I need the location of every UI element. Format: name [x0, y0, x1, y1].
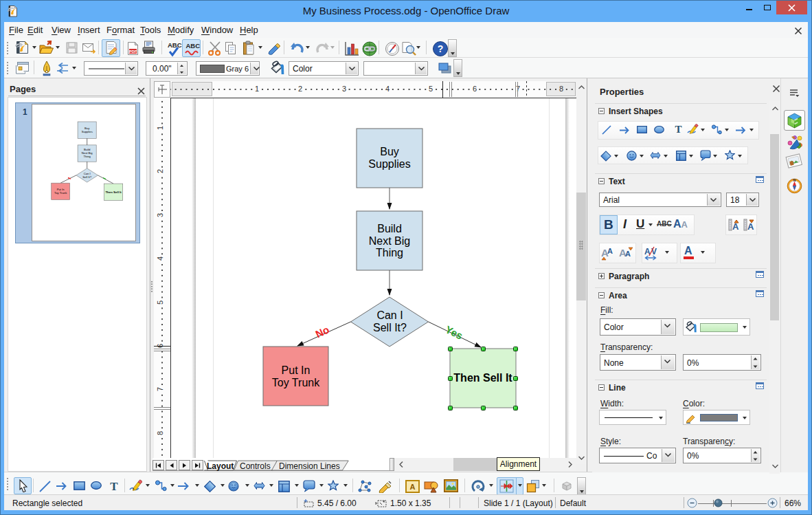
svg-text:Then Sell It: Then Sell It	[105, 190, 122, 194]
svg-text:Sell It?: Sell It?	[82, 175, 91, 179]
svg-text:T: T	[110, 480, 118, 492]
svg-text:Thing: Thing	[83, 155, 91, 158]
svg-text:T: T	[675, 124, 681, 134]
svg-text:PDF: PDF	[129, 50, 137, 54]
svg-text:ABC: ABC	[186, 42, 201, 50]
svg-text:Supplies: Supplies	[82, 130, 93, 133]
svg-text:N: N	[793, 178, 796, 182]
svg-text:?: ?	[438, 43, 444, 54]
svg-text:ABC: ABC	[168, 41, 182, 49]
svg-text:Toy Trunk: Toy Trunk	[54, 191, 67, 195]
svg-text:A: A	[747, 221, 754, 232]
svg-text:A: A	[607, 247, 613, 255]
svg-text:V: V	[651, 247, 657, 256]
svg-text:A: A	[410, 483, 416, 491]
svg-text:A: A	[625, 250, 631, 258]
